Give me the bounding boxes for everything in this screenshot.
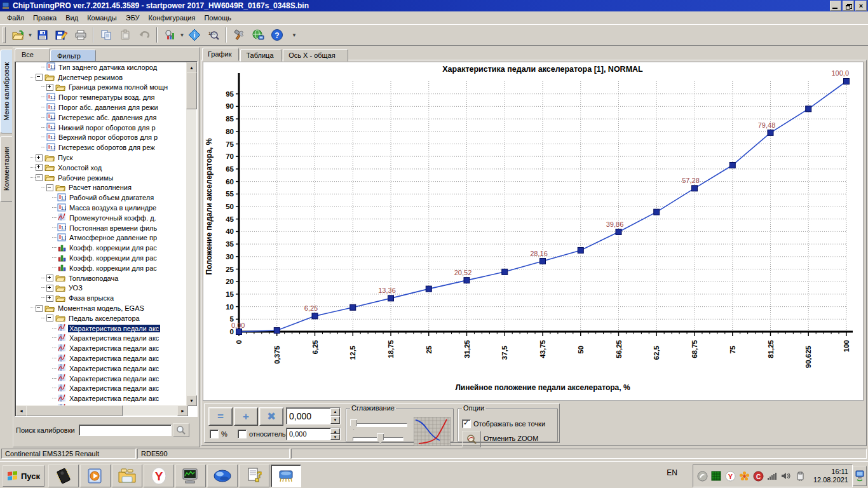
data-point[interactable] xyxy=(426,286,431,292)
tree-item[interactable]: 1.2Масса воздуха в цилиндре xyxy=(16,203,186,213)
value-spinner[interactable]: 0,000 ▲▼ xyxy=(286,407,341,424)
expand-icon[interactable] xyxy=(46,285,53,292)
tree-horizontal-scrollbar[interactable]: ◄ ► xyxy=(16,405,188,416)
menu-item-5[interactable]: Конфигурация xyxy=(144,13,200,23)
data-point[interactable] xyxy=(692,186,698,191)
percent-checkbox[interactable] xyxy=(210,430,219,438)
data-point[interactable] xyxy=(236,329,242,335)
tab-all[interactable]: Все xyxy=(15,48,50,62)
expand-icon[interactable] xyxy=(46,84,53,91)
tree-item[interactable]: Диспетчер режимов xyxy=(16,72,186,83)
tree-item[interactable]: 1.2Гистерезис абс. давления для xyxy=(16,112,186,123)
scroll-up-icon[interactable]: ▲ xyxy=(186,62,197,73)
smoothing-slider-1[interactable] xyxy=(350,419,407,430)
tray-plug-icon[interactable] xyxy=(795,471,806,482)
tree-item[interactable]: 1.2Порог температуры возд. для xyxy=(16,92,186,102)
close-button[interactable]: × xyxy=(855,1,867,11)
menu-item-6[interactable]: Помощь xyxy=(200,13,236,23)
taskbar-app-chiptuning[interactable] xyxy=(271,464,301,487)
paste-button[interactable] xyxy=(116,26,135,44)
spin-up-icon[interactable]: ▲ xyxy=(330,408,340,416)
multiply-value-button[interactable]: ✖ xyxy=(259,407,283,426)
tree-item[interactable]: Характеристика педали акс xyxy=(16,343,186,353)
spin-down-icon[interactable]: ▼ xyxy=(330,416,340,424)
tree-item[interactable]: 1.2Верхний порог оборотов для р xyxy=(16,133,186,143)
side-tab-calibrations[interactable]: Меню калибровок xyxy=(0,50,12,133)
menu-item-3[interactable]: Команды xyxy=(83,13,121,23)
info-button[interactable]: i xyxy=(185,26,204,44)
toolbar-grip[interactable] xyxy=(3,27,6,43)
tray-signal-icon[interactable] xyxy=(767,471,778,482)
tray-swirl-icon[interactable] xyxy=(697,471,708,482)
open-file-button[interactable] xyxy=(8,26,27,44)
taskbar-app-help-doc[interactable]: ? xyxy=(239,464,269,487)
tree-item[interactable]: Топливоподача xyxy=(16,273,186,283)
collapse-icon[interactable] xyxy=(36,174,43,181)
menu-item-2[interactable]: Вид xyxy=(61,13,83,23)
tree-vertical-scrollbar[interactable]: ▲ ▼ xyxy=(186,62,196,406)
collapse-icon[interactable] xyxy=(36,305,43,312)
smoothing-slider-2[interactable] xyxy=(353,433,403,444)
undo-button[interactable] xyxy=(135,26,154,44)
tree-item[interactable]: 1.2Нижний порог оборотов для р xyxy=(16,123,186,133)
collapse-icon[interactable] xyxy=(46,184,53,191)
taskbar-app-media-player[interactable] xyxy=(80,464,111,487)
set-value-button[interactable]: = xyxy=(208,407,233,426)
tray-volume-icon[interactable] xyxy=(781,471,792,482)
print-button[interactable] xyxy=(71,26,90,44)
data-point[interactable] xyxy=(312,313,318,319)
tree-item[interactable]: 1.2Атмосферное давление пр xyxy=(16,233,186,243)
slider-thumb[interactable] xyxy=(350,419,357,430)
tree-item[interactable]: Характеристика педали акс xyxy=(16,353,186,363)
data-point[interactable] xyxy=(844,79,850,85)
taskbar-app-system-monitor[interactable] xyxy=(175,464,206,487)
tree-item[interactable]: 1.2Гистерезис оборотов для реж xyxy=(16,142,186,152)
tree-item[interactable]: Характеристика педали акс xyxy=(16,363,186,374)
restore-button[interactable] xyxy=(843,1,854,11)
spin-down-icon[interactable]: ▼ xyxy=(330,434,340,440)
tray-ccleaner-icon[interactable]: C xyxy=(753,471,764,482)
tree-item[interactable]: Моментная модель, EGAS xyxy=(16,303,186,313)
tab-x-axis[interactable]: Ось X - общая xyxy=(283,49,348,62)
tree-item[interactable]: 1.2Тип заднего датчика кислород xyxy=(16,62,186,72)
data-point[interactable] xyxy=(274,328,280,334)
accelerator-pedal-chart[interactable]: Характеристика педали акселератора [1], … xyxy=(203,62,860,395)
tab-filter[interactable]: Фильтр xyxy=(50,50,96,62)
scroll-left-icon[interactable]: ◄ xyxy=(16,405,27,416)
scrollbar-thumb[interactable] xyxy=(186,72,197,109)
relative-spinner[interactable]: 0,000 ▲▼ xyxy=(286,428,341,440)
data-point[interactable] xyxy=(350,304,356,310)
expand-icon[interactable] xyxy=(46,295,53,302)
spin-up-icon[interactable]: ▲ xyxy=(330,428,340,434)
scrollbar-thumb[interactable] xyxy=(26,405,123,416)
tree-item[interactable]: Характеристика педали акс xyxy=(16,374,186,384)
data-point[interactable] xyxy=(502,269,508,274)
taskbar-app-chip-black[interactable] xyxy=(48,464,79,487)
tree-item[interactable]: Характеристика педали акс xyxy=(16,334,186,344)
data-point[interactable] xyxy=(654,209,660,215)
tab-table[interactable]: Таблица xyxy=(240,49,281,62)
tree-item[interactable]: Коэфф. коррекции для рас xyxy=(16,263,186,273)
tree-item[interactable]: 1.2Постоянная времени филь xyxy=(16,223,186,233)
tray-yandex-tray-icon[interactable]: Y xyxy=(725,471,736,482)
tree-item[interactable]: Педаль акселератора xyxy=(16,313,186,323)
tree-item[interactable]: Холостой ход xyxy=(16,163,186,173)
tree-item[interactable]: 1.2Рабочий объем двигателя xyxy=(16,193,186,203)
tree-item[interactable]: Граница режима полной мощн xyxy=(16,83,186,93)
collapse-icon[interactable] xyxy=(36,74,43,81)
show-desktop-button[interactable] xyxy=(853,466,867,486)
start-button[interactable]: Пуск xyxy=(3,465,44,487)
scroll-right-icon[interactable]: ► xyxy=(177,405,188,416)
slider-thumb[interactable] xyxy=(377,433,384,444)
toolbar-overflow-icon[interactable]: ▼ xyxy=(290,32,298,38)
tree-item[interactable]: Коэфф. коррекции для рас xyxy=(16,253,186,263)
collapse-icon[interactable] xyxy=(46,315,53,322)
data-point[interactable] xyxy=(768,130,773,135)
add-value-button[interactable]: + xyxy=(234,407,258,426)
internet-button[interactable] xyxy=(248,26,268,44)
minimize-button[interactable] xyxy=(830,1,841,11)
tab-chart[interactable]: График xyxy=(202,48,239,61)
menu-item-0[interactable]: Файл xyxy=(3,13,29,23)
tray-green-grid-icon[interactable] xyxy=(711,471,722,482)
taskbar-app-blue-lens[interactable] xyxy=(207,464,238,487)
